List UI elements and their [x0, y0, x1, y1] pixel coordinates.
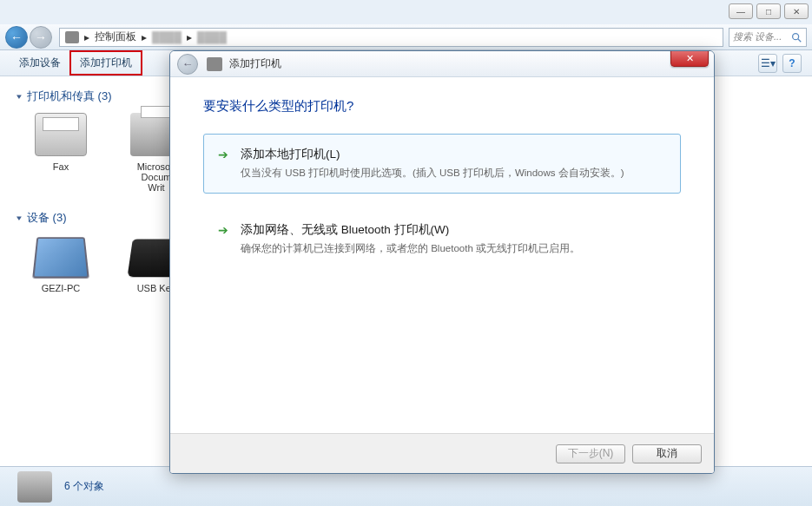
printer-icon	[207, 57, 222, 71]
address-bar[interactable]: ▸ 控制面板 ▸ ████ ▸ ████	[59, 28, 723, 47]
search-icon	[790, 31, 802, 43]
option-network-printer[interactable]: ➔ 添加网络、无线或 Bluetooth 打印机(W) 确保您的计算机已连接到网…	[203, 209, 681, 269]
device-label: Fax	[53, 161, 69, 172]
option-title: 添加网络、无线或 Bluetooth 打印机(W)	[241, 222, 666, 238]
explorer-nav-bar: ← → ▸ 控制面板 ▸ ████ ▸ ████ 搜索 设备...	[0, 24, 812, 50]
address-sep: ▸	[187, 31, 192, 43]
dialog-body: 要安装什么类型的打印机? ➔ 添加本地打印机(L) 仅当没有 USB 打印机时使…	[170, 77, 714, 306]
svg-line-1	[798, 38, 802, 42]
devices-icon	[65, 31, 79, 43]
search-input[interactable]: 搜索 设备...	[729, 28, 807, 47]
fax-icon	[35, 113, 87, 156]
status-count: 6 个对象	[64, 479, 104, 494]
dialog-title: 添加打印机	[229, 56, 281, 71]
svg-point-0	[793, 33, 799, 39]
dialog-back-button[interactable]: ←	[177, 54, 198, 75]
option-local-printer[interactable]: ➔ 添加本地打印机(L) 仅当没有 USB 打印机时使用此选项。(插入 USB …	[203, 134, 681, 194]
option-desc: 确保您的计算机已连接到网络，或者您的 Bluetooth 或无线打印机已启用。	[241, 241, 666, 256]
arrow-icon: ➔	[218, 223, 232, 237]
device-label: GEZI-PC	[42, 283, 81, 293]
maximize-button[interactable]: □	[756, 3, 781, 19]
add-device-button[interactable]: 添加设备	[10, 52, 69, 74]
address-segment-blurred: ████	[197, 31, 227, 43]
add-printer-dialog: ← 添加打印机 ✕ 要安装什么类型的打印机? ➔ 添加本地打印机(L) 仅当没有…	[169, 50, 715, 474]
option-title: 添加本地打印机(L)	[241, 147, 666, 162]
toolbar-right: ☰▾ ?	[758, 54, 802, 73]
arrow-icon: ➔	[218, 148, 232, 161]
address-segment-blurred: ████	[152, 31, 182, 43]
dialog-heading: 要安装什么类型的打印机?	[203, 98, 681, 115]
nav-back-button[interactable]: ←	[5, 26, 28, 49]
view-options-button[interactable]: ☰▾	[758, 54, 777, 73]
address-sep: ▸	[84, 31, 89, 43]
window-controls: — □ ✕	[725, 0, 812, 23]
laptop-icon	[32, 237, 89, 278]
device-item-fax[interactable]: Fax	[26, 113, 96, 193]
dialog-footer: 下一步(N) 取消	[170, 433, 714, 473]
help-button[interactable]: ?	[782, 54, 802, 73]
next-button[interactable]: 下一步(N)	[556, 444, 625, 463]
device-item-pc[interactable]: GEZI-PC	[26, 234, 96, 293]
dialog-close-button[interactable]: ✕	[670, 50, 709, 67]
address-sep: ▸	[142, 31, 147, 43]
close-button[interactable]: ✕	[784, 3, 809, 19]
cancel-button[interactable]: 取消	[632, 444, 702, 463]
add-printer-button[interactable]: 添加打印机	[69, 50, 142, 76]
address-segment[interactable]: 控制面板	[95, 30, 136, 44]
nav-forward-button[interactable]: →	[30, 26, 52, 49]
minimize-button[interactable]: —	[729, 3, 753, 19]
option-desc: 仅当没有 USB 打印机时使用此选项。(插入 USB 打印机后，Windows …	[241, 166, 666, 181]
dialog-titlebar: ← 添加打印机 ✕	[170, 51, 714, 77]
status-devices-icon	[17, 471, 52, 503]
search-placeholder: 搜索 设备...	[733, 30, 782, 43]
